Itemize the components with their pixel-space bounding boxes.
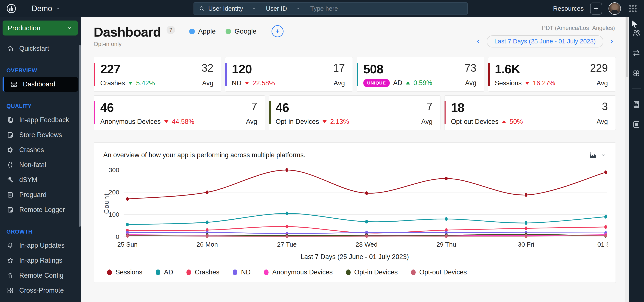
data-point-opt-out-devices[interactable] [206, 234, 208, 238]
data-point-opt-out-devices[interactable] [286, 234, 288, 238]
rail-book-az-icon[interactable] [632, 100, 641, 109]
stat-card-sessions[interactable]: 1.6K 229 Sessions 16.27% Avg [488, 57, 616, 92]
add-platform-button[interactable] [272, 25, 284, 37]
data-point-ad[interactable] [365, 220, 368, 224]
sidebar-item-cross-promote[interactable]: Cross-Promote [0, 283, 81, 298]
search-type-select[interactable]: User Identity [194, 2, 261, 14]
sidebar-item-label: Non-fatal [19, 161, 46, 169]
data-point-ad[interactable] [126, 223, 129, 226]
stat-value: 120 [232, 62, 252, 76]
sidebar-item-dsym[interactable]: dSYM [0, 172, 81, 187]
trend-down-icon [128, 82, 132, 85]
rail-clover-icon[interactable] [632, 68, 641, 78]
trend-up-icon [406, 82, 410, 84]
data-point-ad[interactable] [206, 220, 208, 224]
data-point-sessions[interactable] [126, 197, 129, 201]
user-avatar[interactable] [608, 2, 621, 15]
sidebar-item-dashboard[interactable]: Dashboard [2, 77, 78, 92]
chevron-down-icon[interactable] [600, 152, 606, 158]
data-point-ad[interactable] [445, 217, 448, 221]
app-logo-icon[interactable] [6, 3, 17, 14]
stat-card-ad[interactable]: 508 73 UNIQUE AD 0.59% Avg [357, 57, 484, 92]
legend-item-opt-in-devices[interactable]: Opt-in Devices [346, 268, 398, 276]
main-scrollbar[interactable] [626, 17, 628, 302]
stat-label: Opt-out Devices [451, 118, 498, 126]
sidebar-item-in-app-ratings[interactable]: In-app Ratings [0, 253, 81, 268]
platform-apple[interactable]: Apple [189, 28, 216, 35]
sidebar-item-in-app-feedback[interactable]: In-app Feedback [0, 112, 81, 128]
unique-badge: UNIQUE [363, 79, 390, 87]
stat-delta: 50% [510, 118, 523, 126]
sidebar-item-quickstart[interactable]: Quickstart [0, 41, 81, 56]
legend-item-ad[interactable]: AD [156, 268, 173, 276]
data-point-sessions[interactable] [206, 190, 208, 194]
stat-card-opt-in-devices[interactable]: 46 7 Opt-in Devices 2.13% Avg [269, 96, 440, 130]
bell-icon [6, 242, 14, 250]
trend-down-icon [525, 82, 530, 85]
page-title: Dashboard [94, 24, 161, 40]
legend-item-sessions[interactable]: Sessions [107, 268, 142, 276]
data-point-opt-out-devices[interactable] [525, 234, 528, 238]
stat-value: 1.6K [495, 62, 520, 76]
data-point-opt-out-devices[interactable] [126, 234, 129, 238]
resources-link[interactable]: Resources [553, 5, 584, 12]
sidebar-item-remote-logger[interactable]: Remote Logger [0, 202, 81, 217]
rail-notes-icon[interactable] [632, 120, 641, 130]
sidebar-item-proguard[interactable]: Proguard [0, 187, 81, 202]
stat-card-crashes[interactable]: 227 32 Crashes 5.42% Avg [94, 57, 221, 92]
avg-label: Avg [421, 118, 432, 126]
data-point-sessions[interactable] [525, 193, 528, 197]
date-range-picker[interactable]: Last 7 Days (25 June - 01 July 2023) [487, 35, 604, 48]
main-content: Dashboard ? AppleGoogle Opt-in only PDT … [81, 17, 628, 302]
stat-delta: 2.13% [330, 118, 349, 126]
rail-users-icon[interactable] [632, 28, 641, 38]
date-prev-icon[interactable] [475, 38, 482, 45]
stat-card-nd[interactable]: 120 17 ND 22.58% Avg [225, 57, 353, 92]
stat-label: Anonymous Devices [100, 118, 161, 126]
platform-google[interactable]: Google [226, 28, 256, 35]
sidebar-item-remote-config[interactable]: Remote Config [0, 268, 81, 283]
data-point-sessions[interactable] [286, 168, 288, 172]
legend-dot [156, 270, 160, 275]
data-point-crashes[interactable] [286, 225, 288, 228]
data-point-opt-out-devices[interactable] [445, 234, 448, 238]
legend-item-opt-out-devices[interactable]: Opt-out Devices [411, 268, 467, 276]
help-icon[interactable]: ? [166, 26, 175, 34]
sidebar-item-store-reviews[interactable]: Store Reviews [0, 128, 81, 142]
apps-grid-icon[interactable] [627, 3, 638, 14]
legend-item-crashes[interactable]: Crashes [186, 268, 219, 276]
data-point-ad[interactable] [286, 212, 288, 215]
avg-label: Avg [465, 79, 476, 87]
avg-label: Avg [596, 118, 608, 126]
data-point-sessions[interactable] [365, 192, 368, 195]
chart-type-icon[interactable] [588, 150, 598, 160]
grid-4-icon [6, 286, 14, 294]
search-field-select[interactable]: User ID [261, 2, 305, 14]
app-switcher[interactable]: Demo [32, 4, 61, 13]
sidebar-scrollbar[interactable] [79, 45, 80, 227]
chevron-down-icon [55, 6, 61, 11]
data-point-opt-out-devices[interactable] [604, 234, 607, 238]
sidebar-item-non-fatal[interactable]: Non-fatal [0, 158, 81, 172]
rail-swap-arrows-icon[interactable] [632, 48, 641, 58]
data-point-opt-out-devices[interactable] [365, 234, 368, 238]
stat-card-anonymous-devices[interactable]: 46 7 Anonymous Devices 44.58% Avg [94, 96, 265, 130]
stat-delta: 5.42% [136, 79, 155, 87]
data-point-ad[interactable] [604, 215, 607, 218]
trend-up-icon [502, 120, 506, 123]
sidebar-item-crashes[interactable]: Crashes [0, 142, 81, 158]
date-next-icon[interactable] [608, 38, 615, 45]
data-point-ad[interactable] [525, 221, 528, 225]
data-point-crashes[interactable] [604, 225, 607, 229]
stat-card-opt-out-devices[interactable]: 18 3 Opt-out Devices 50% Avg [444, 96, 616, 130]
data-point-sessions[interactable] [445, 177, 448, 180]
legend-item-nd[interactable]: ND [233, 268, 250, 276]
stat-label: Sessions [495, 79, 522, 87]
sidebar-item-in-app-updates[interactable]: In-app Updates [0, 238, 81, 253]
data-point-crashes[interactable] [525, 226, 528, 230]
environment-select[interactable]: Production [2, 20, 78, 36]
create-new-button[interactable] [590, 2, 602, 14]
data-point-sessions[interactable] [604, 170, 607, 174]
search-input[interactable] [305, 2, 468, 14]
legend-item-anonymous-devices[interactable]: Anonymous Devices [264, 268, 333, 276]
